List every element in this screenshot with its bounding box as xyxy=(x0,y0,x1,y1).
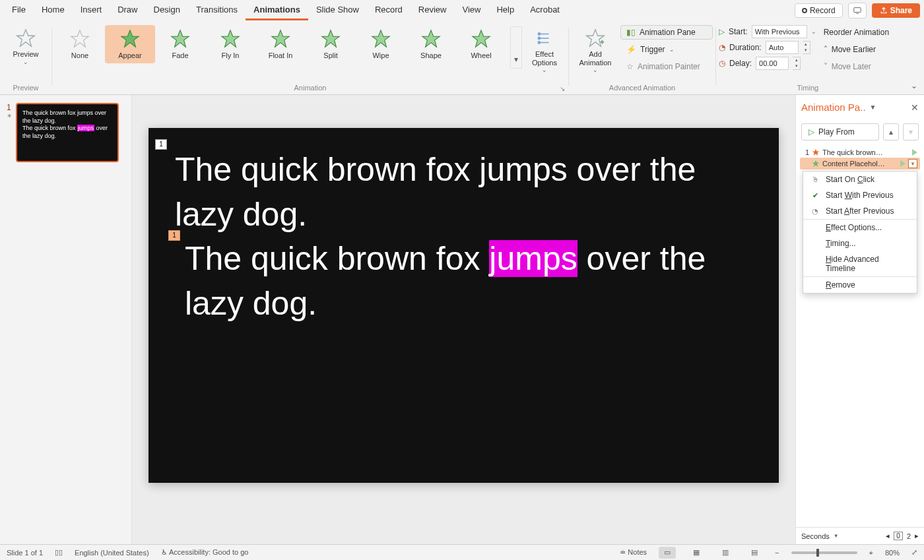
delay-value: 00.00 xyxy=(759,59,777,67)
zoom-slider[interactable] xyxy=(791,551,857,554)
fit-to-window-button[interactable]: ⤢ xyxy=(911,548,917,557)
play-icon: ▷ xyxy=(719,27,725,36)
trigger-button[interactable]: ⚡ Trigger ⌄ xyxy=(620,42,713,57)
ctx-hide-timeline[interactable]: Hide Advanced Timeline xyxy=(803,251,917,277)
animation-item-1[interactable]: 1 The quick brown… xyxy=(800,147,920,158)
zoom-out-button[interactable]: − xyxy=(775,549,779,557)
notes-button[interactable]: ≐ Notes xyxy=(620,548,647,557)
anim-appear[interactable]: Appear xyxy=(105,25,155,63)
move-later-button[interactable]: ˅Move Later xyxy=(818,59,897,74)
delay-input[interactable]: 00.00 xyxy=(756,57,789,70)
preview-button[interactable]: Preview ⌄ xyxy=(3,25,49,68)
tab-transitions[interactable]: Transitions xyxy=(188,1,246,20)
slide-editor[interactable]: 1 The quick brown fox jumps over the laz… xyxy=(132,95,795,544)
view-sorter-button[interactable]: ▦ xyxy=(688,547,705,559)
tab-record[interactable]: Record xyxy=(367,1,411,20)
ctx-start-after-previous[interactable]: ◔ Start After Previous xyxy=(803,203,917,220)
slide-canvas[interactable]: 1 The quick brown fox jumps over the laz… xyxy=(148,128,779,483)
anim-wheel[interactable]: Wheel xyxy=(456,25,506,63)
tab-review[interactable]: Review xyxy=(411,1,455,20)
animation-pane-button[interactable]: ▮▯ Animation Pane xyxy=(620,25,713,40)
group-label-timing: Timing xyxy=(719,82,897,94)
pane-icon: ▮▯ xyxy=(626,28,636,37)
move-earlier-button[interactable]: ˄Move Earlier xyxy=(818,42,897,57)
present-button[interactable] xyxy=(848,3,867,18)
chevron-down-icon[interactable]: ▼ xyxy=(834,533,839,539)
tab-view[interactable]: View xyxy=(454,1,488,20)
ctx-start-with-previous[interactable]: ✔ Start With Previous xyxy=(803,187,917,203)
zoom-in-button[interactable]: + xyxy=(869,549,873,557)
animation-pane: Animation Pa.. ▼ ✕ ▷ Play From ▴ ▾ 1 The… xyxy=(795,95,924,544)
duration-value: Auto xyxy=(769,44,784,51)
tab-file[interactable]: File xyxy=(4,1,34,20)
dialog-launcher-animation[interactable]: ↘ xyxy=(558,84,567,93)
tab-acrobat[interactable]: Acrobat xyxy=(522,1,568,20)
anim-wipe[interactable]: Wipe xyxy=(356,25,406,63)
slide-thumbnail-1[interactable]: 1 ✶ The quick brown fox jumps over the l… xyxy=(7,103,125,162)
timeline-scroll-right[interactable]: ▸ xyxy=(915,532,919,540)
animation-item-2[interactable]: Content Placehol… ▼ xyxy=(800,158,920,170)
animation-tag-1[interactable]: 1 xyxy=(155,139,167,150)
ctx-timing[interactable]: Timing... xyxy=(803,235,917,251)
tab-slideshow[interactable]: Slide Show xyxy=(308,1,367,20)
anim-shape[interactable]: Shape xyxy=(406,25,456,63)
anim-fade[interactable]: Fade xyxy=(155,25,205,63)
zoom-level[interactable]: 80% xyxy=(885,549,900,557)
animation-tag-2[interactable]: 1 xyxy=(168,230,180,241)
animation-pane-header: Animation Pa.. ▼ ✕ xyxy=(796,95,924,119)
anim-label: Wipe xyxy=(372,51,389,59)
ctx-start-on-click[interactable]: 🖱 Start On Click xyxy=(803,171,917,187)
start-select[interactable]: With Previous xyxy=(752,25,807,38)
move-up-button[interactable]: ▴ xyxy=(883,123,899,140)
record-button[interactable]: Record xyxy=(795,3,843,18)
delay-spinner[interactable]: ▴▾ xyxy=(793,57,801,70)
tab-draw[interactable]: Draw xyxy=(110,1,145,20)
chevron-down-icon[interactable]: ▼ xyxy=(870,104,876,111)
share-icon xyxy=(880,7,888,15)
tab-design[interactable]: Design xyxy=(146,1,188,20)
ctx-remove[interactable]: Remove xyxy=(803,277,917,293)
svg-marker-1 xyxy=(17,30,34,46)
svg-marker-2 xyxy=(71,30,88,47)
add-animation-button[interactable]: Add Animation ⌄ xyxy=(572,25,619,76)
timeline-scroll-left[interactable]: ◂ xyxy=(886,532,890,540)
ribbon-group-advanced: Add Animation ⌄ ▮▯ Animation Pane ⚡ Trig… xyxy=(569,25,715,94)
svg-marker-20 xyxy=(812,149,820,156)
ctx-effect-options[interactable]: Effect Options... xyxy=(803,220,917,235)
effect-options-button[interactable]: Effect Options ⌄ xyxy=(523,25,566,76)
anim-none[interactable]: None xyxy=(55,25,105,63)
view-normal-button[interactable]: ▭ xyxy=(659,547,676,559)
duration-input[interactable]: Auto xyxy=(766,41,799,54)
chevron-down-icon[interactable]: ⌄ xyxy=(811,28,816,35)
tab-home[interactable]: Home xyxy=(34,1,73,20)
status-language[interactable]: English (United States) xyxy=(75,549,149,557)
anim-float-in[interactable]: Float In xyxy=(255,25,306,63)
anim-fly-in[interactable]: Fly In xyxy=(205,25,255,63)
duration-spinner[interactable]: ▴▾ xyxy=(803,41,810,54)
tab-animations[interactable]: Animations xyxy=(246,1,308,20)
anim-split[interactable]: Split xyxy=(306,25,356,63)
close-pane-button[interactable]: ✕ xyxy=(911,102,919,113)
animation-pane-toolbar: ▷ Play From ▴ ▾ xyxy=(796,119,924,144)
animation-painter-label: Animation Painter xyxy=(638,62,700,71)
star-icon xyxy=(471,29,491,49)
chevron-down-icon: ⌄ xyxy=(23,59,28,65)
animation-painter-button[interactable]: ☆ Animation Painter xyxy=(620,59,713,74)
zoom-slider-thumb[interactable] xyxy=(816,549,819,557)
timeline-bar xyxy=(900,160,906,167)
view-reading-button[interactable]: ▥ xyxy=(717,547,734,559)
gallery-more-button[interactable]: ▾ xyxy=(510,26,522,69)
move-down-button[interactable]: ▾ xyxy=(903,123,919,140)
animation-pane-footer: Seconds ▼ ◂ 0 2 ▸ xyxy=(796,527,924,544)
tab-insert[interactable]: Insert xyxy=(73,1,110,20)
share-button[interactable]: Share xyxy=(872,3,920,18)
ribbon-collapse-button[interactable]: ⌄ xyxy=(904,77,924,94)
status-accessibility[interactable]: ♿︎ Accessibility: Good to go xyxy=(161,548,249,557)
status-book-icon[interactable]: ▯▯ xyxy=(55,548,63,557)
view-slideshow-button[interactable]: ▤ xyxy=(746,547,763,559)
tab-help[interactable]: Help xyxy=(488,1,522,20)
play-from-label: Play From xyxy=(818,127,855,137)
play-from-button[interactable]: ▷ Play From xyxy=(801,123,879,140)
item-dropdown-button[interactable]: ▼ xyxy=(908,159,917,168)
seconds-label[interactable]: Seconds xyxy=(801,532,830,540)
